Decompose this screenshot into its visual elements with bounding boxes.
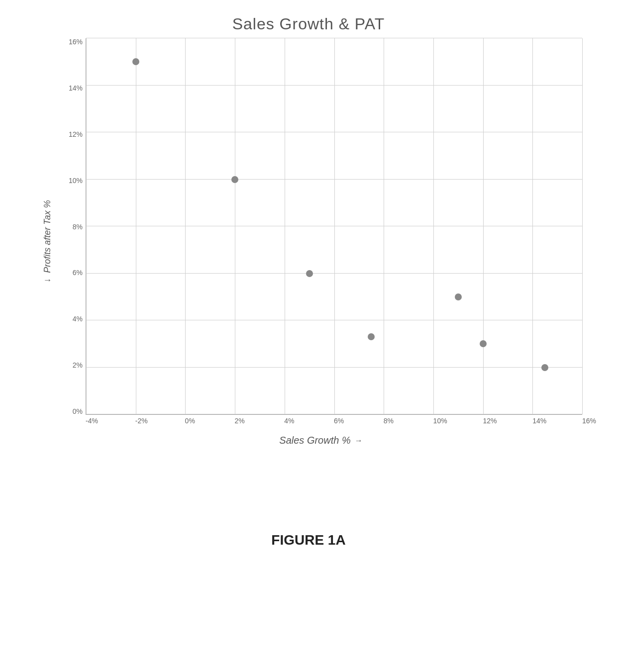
chart-right: 0%2%4%6%8%10%12%14%16% -4%-2%0%2%4%6%8%1… — [60, 38, 582, 446]
grid-line-vertical — [235, 38, 235, 414]
x-axis-label-row: Sales Growth % → — [60, 435, 582, 446]
grid-line-vertical — [136, 38, 136, 414]
y-tick-label: 0% — [73, 408, 83, 415]
data-point-point4 — [368, 333, 375, 340]
chart-area-row: 0%2%4%6%8%10%12%14%16% — [60, 38, 582, 415]
grid-line-vertical — [384, 38, 384, 414]
grid-line-vertical — [334, 38, 335, 414]
y-tick-label: 10% — [69, 177, 83, 184]
y-ticks: 0%2%4%6%8%10%12%14%16% — [60, 38, 86, 415]
chart-title: Sales Growth & PAT — [232, 15, 385, 33]
grid-line-vertical — [483, 38, 484, 414]
y-axis-label-container: → Profits after Tax % — [35, 38, 60, 446]
data-point-point5 — [455, 293, 462, 300]
page-container: Sales Growth & PAT → Profits after Tax %… — [0, 0, 617, 672]
x-axis-arrow: → — [355, 436, 363, 445]
grid-line-vertical — [433, 38, 434, 414]
data-point-point7 — [541, 364, 548, 371]
grid-line-vertical — [532, 38, 533, 414]
grid-line-vertical — [185, 38, 186, 414]
figure-label: FIGURE 1A — [271, 532, 345, 548]
y-tick-label: 6% — [73, 269, 83, 276]
y-tick-label: 16% — [69, 38, 83, 45]
y-axis-label: → Profits after Tax % — [42, 200, 53, 285]
y-tick-label: 12% — [69, 131, 83, 138]
data-point-point2 — [231, 176, 238, 183]
data-point-point1 — [132, 58, 139, 65]
grid-line-vertical — [86, 38, 87, 414]
y-tick-label: 2% — [73, 362, 83, 369]
y-tick-label: 4% — [73, 315, 83, 322]
y-tick-label: 14% — [69, 85, 83, 92]
x-axis-label: Sales Growth % — [279, 435, 350, 446]
grid-line-vertical — [285, 38, 285, 414]
plot-area — [86, 38, 582, 415]
y-tick-label: 8% — [73, 223, 83, 230]
chart-body: → Profits after Tax % 0%2%4%6%8%10%12%14… — [35, 38, 582, 446]
y-axis-arrow-up: → — [43, 275, 52, 286]
chart-wrapper: Sales Growth & PAT → Profits after Tax %… — [35, 15, 582, 502]
x-ticks: -4%-2%0%2%4%6%8%10%12%14%16% — [86, 415, 582, 426]
grid-line-vertical — [582, 38, 583, 414]
data-point-point6 — [480, 340, 487, 347]
data-point-point3 — [306, 270, 313, 277]
